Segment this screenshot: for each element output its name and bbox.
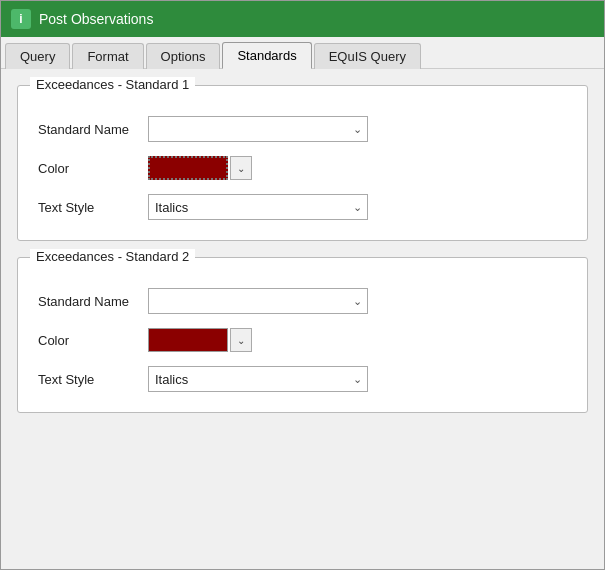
tab-query[interactable]: Query: [5, 43, 70, 69]
standard1-group-title: Exceedances - Standard 1: [30, 77, 195, 92]
standard2-color-swatch[interactable]: [148, 328, 228, 352]
standard1-group: Exceedances - Standard 1 Standard Name ⌄…: [17, 85, 588, 241]
standard2-textstyle-select[interactable]: Italics Bold Normal: [148, 366, 368, 392]
standard1-name-control: ⌄: [148, 116, 567, 142]
standard1-color-picker: ⌄: [148, 156, 252, 180]
standard2-name-select-wrapper: ⌄: [148, 288, 368, 314]
standard1-name-select-wrapper: ⌄: [148, 116, 368, 142]
standard2-color-dropdown-button[interactable]: ⌄: [230, 328, 252, 352]
main-window: i Post Observations Query Format Options…: [0, 0, 605, 570]
tab-standards[interactable]: Standards: [222, 42, 311, 69]
standard1-textstyle-select-wrapper: Italics Bold Normal ⌄: [148, 194, 368, 220]
standard1-name-label: Standard Name: [38, 122, 138, 137]
standard2-name-row: Standard Name ⌄: [38, 288, 567, 314]
tab-format[interactable]: Format: [72, 43, 143, 69]
standard1-color-row: Color ⌄: [38, 156, 567, 180]
standard2-group-title: Exceedances - Standard 2: [30, 249, 195, 264]
standard1-color-dropdown-button[interactable]: ⌄: [230, 156, 252, 180]
standard2-name-control: ⌄: [148, 288, 567, 314]
standard1-color-swatch[interactable]: [148, 156, 228, 180]
standard1-color-label: Color: [38, 161, 138, 176]
standard2-color-control: ⌄: [148, 328, 567, 352]
standard2-name-select[interactable]: [148, 288, 368, 314]
main-content: Exceedances - Standard 1 Standard Name ⌄…: [1, 69, 604, 569]
standard2-textstyle-label: Text Style: [38, 372, 138, 387]
standard2-color-row: Color ⌄: [38, 328, 567, 352]
standard1-name-select[interactable]: [148, 116, 368, 142]
standard2-textstyle-row: Text Style Italics Bold Normal ⌄: [38, 366, 567, 392]
tab-options[interactable]: Options: [146, 43, 221, 69]
standard2-textstyle-control: Italics Bold Normal ⌄: [148, 366, 567, 392]
standard2-name-label: Standard Name: [38, 294, 138, 309]
standard1-textstyle-control: Italics Bold Normal ⌄: [148, 194, 567, 220]
tab-bar: Query Format Options Standards EQuIS Que…: [1, 37, 604, 69]
standard1-name-row: Standard Name ⌄: [38, 116, 567, 142]
standard1-color-chevron-icon: ⌄: [237, 163, 245, 174]
app-icon-letter: i: [19, 12, 22, 26]
title-bar: i Post Observations: [1, 1, 604, 37]
standard1-textstyle-label: Text Style: [38, 200, 138, 215]
standard2-textstyle-select-wrapper: Italics Bold Normal ⌄: [148, 366, 368, 392]
standard2-color-chevron-icon: ⌄: [237, 335, 245, 346]
tab-equis-query[interactable]: EQuIS Query: [314, 43, 421, 69]
standard1-color-control: ⌄: [148, 156, 567, 180]
standard1-textstyle-row: Text Style Italics Bold Normal ⌄: [38, 194, 567, 220]
standard2-color-picker: ⌄: [148, 328, 252, 352]
standard1-textstyle-select[interactable]: Italics Bold Normal: [148, 194, 368, 220]
window-title: Post Observations: [39, 11, 153, 27]
standard2-color-label: Color: [38, 333, 138, 348]
app-icon: i: [11, 9, 31, 29]
standard2-group: Exceedances - Standard 2 Standard Name ⌄…: [17, 257, 588, 413]
